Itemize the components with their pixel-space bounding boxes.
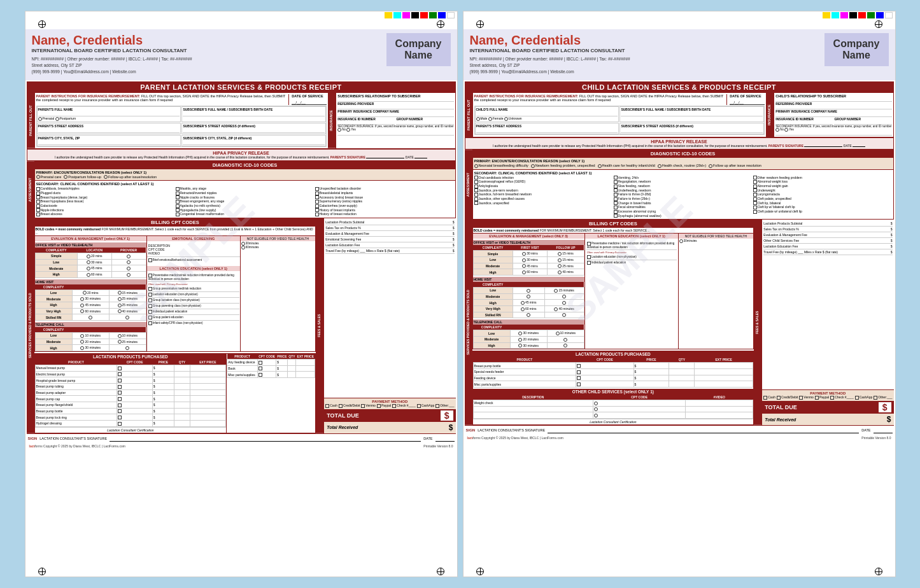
child-slow-feeding[interactable]: Slow feeding, newborn [614, 184, 753, 188]
cond-nipple-crack[interactable]: Nipple cracks or fissures [176, 195, 315, 200]
child-abnormal-wt-gain[interactable]: Abnormal weight gain [753, 184, 892, 188]
c-pm-paypal[interactable]: Paypal [815, 395, 829, 400]
subscriber-field[interactable] [183, 111, 325, 116]
cond-hypogalactia[interactable]: Hypogalactia (low supply) [176, 208, 315, 213]
emotional-item[interactable]: Brief emotional/behavioral assessment [147, 257, 240, 263]
pm-paypal[interactable]: Paypal [377, 403, 391, 408]
newborn-feeding-option[interactable]: Newborn feeding problem, unspecified [531, 164, 595, 168]
date-of-service-field[interactable]: __/__/__ [292, 101, 327, 105]
c-pm-credit[interactable]: Credit/Debit [777, 395, 798, 400]
ed-item5[interactable]: Group parenting class (non-physician) [148, 304, 239, 309]
child-dysphagia[interactable]: Dysphagia (abnormal swallow) [614, 214, 753, 218]
child-date-line[interactable] [874, 427, 893, 433]
child-jaundice-other[interactable]: Jaundice, other specified causes [474, 197, 613, 201]
child-ed-item1[interactable]: Preventative medicine / risk reduction i… [586, 241, 677, 250]
sub-street-field[interactable] [183, 128, 325, 133]
child-excessive-cry[interactable]: Excessive abnormal crying [614, 209, 753, 214]
child-signature-line[interactable] [548, 427, 859, 433]
pm-cashapp[interactable]: CashApp [417, 403, 435, 408]
child-underweight[interactable]: Underweight [753, 188, 892, 193]
ed-item8[interactable]: Infant safety/CPR class (non-physician) [148, 321, 239, 326]
child-ed-item2[interactable]: Lactation education (non-physician) [586, 255, 677, 260]
child-jaundice-full[interactable]: Jaundice, full-term breastfed newborn [474, 192, 613, 197]
pm-venmo[interactable]: Venmo [361, 403, 376, 408]
cond-retracted[interactable]: Retracted/inverted nipples [176, 191, 315, 195]
child-ankylo[interactable]: Ankyloglossia [474, 184, 613, 188]
child-date-field[interactable]: __/__/__ [730, 101, 765, 105]
c-pm-check[interactable]: Check #____ [830, 395, 853, 400]
child-vomiting[interactable]: Vomiting, 24d+ [614, 176, 753, 180]
ed-item3[interactable]: Lactation education (non-physician) [148, 292, 239, 298]
ed-item2[interactable]: Group preventative med/risk reduction [148, 286, 239, 292]
child-followup-option[interactable]: Follow up after issue resolution [709, 164, 761, 168]
child-cleft-lip[interactable]: Cleft lip, bilateral [753, 201, 892, 206]
sub-city-field[interactable] [183, 140, 325, 145]
child-laryngomalacia[interactable]: Laryngomalacia [753, 192, 892, 197]
cond-plugged[interactable]: Plugged ducts [36, 191, 175, 195]
cond-hyperplasia[interactable]: Breast hyperplasia (dense, large) [36, 195, 175, 200]
cond-accessory[interactable]: Accessory (extra) breast tissue [315, 195, 454, 200]
child-underfeeding[interactable]: Underfeeding, newborn [614, 188, 753, 193]
child-street-field[interactable] [476, 128, 618, 133]
c-pm-cash[interactable]: Cash [763, 395, 775, 400]
child-regurgitation[interactable]: Regurgitation, newborn [614, 179, 753, 184]
pm-cash[interactable]: Cash [325, 403, 337, 408]
neonatal-option[interactable]: Neonatal breastfeeding difficulty [474, 164, 528, 168]
ed-item7[interactable]: Group patient education [148, 315, 239, 321]
ocs-wc-cpt[interactable] [593, 400, 686, 407]
cond-congenital[interactable]: Congenital breast malformation [176, 212, 315, 216]
child-oral[interactable]: Oral candidiasis infection [474, 176, 613, 180]
cond-agalactia[interactable]: Agalactia (no milk synthesis) [176, 204, 315, 208]
health-care-option[interactable]: Health care for healthy infant/child [598, 164, 655, 168]
health-check-option[interactable]: Health check, routine (29d+) [658, 164, 706, 168]
child-cleft-lip-uni[interactable]: Cleft lip w/ bilateral cleft lip [753, 205, 892, 209]
pm-other[interactable]: Other:___ [435, 403, 454, 408]
city-state-field[interactable] [38, 140, 180, 145]
cond-breast-implant[interactable]: History of breast implants [315, 208, 454, 213]
prenatal-option[interactable]: Prenatal care [36, 175, 62, 179]
secondary-ins-field[interactable] [337, 132, 453, 136]
ed-item6[interactable]: Individual patient education [148, 309, 239, 315]
child-gerd[interactable]: Gastroesophageal reflux (GERD) [474, 179, 613, 184]
cond-nipple-infect[interactable]: Nipple infections [36, 208, 175, 213]
child-sub-street-field[interactable] [621, 128, 763, 133]
child-jaundice-pre[interactable]: Jaundice, pre-term newborn [474, 188, 613, 193]
cond-breast-abscess[interactable]: Breast abscess [36, 212, 175, 216]
c-30min[interactable]: 30minutes [679, 239, 753, 243]
c-pm-venmo[interactable]: Venmo [799, 395, 814, 400]
to-60[interactable]: 60minutes [241, 246, 315, 249]
ed-item4[interactable]: Group lactation class (non-physician) [148, 298, 239, 304]
child-cleft-palate[interactable]: Cleft palate, unspecified [753, 197, 892, 201]
cond-breast-reduction[interactable]: History of breast reduction [315, 212, 454, 216]
cond-supernumerary[interactable]: Supernumerary (extra) nipples [315, 199, 454, 204]
cond-hypoplasia[interactable]: Breast hypoplasia (less tissue) [36, 199, 175, 204]
cond-galactorrhea[interactable]: Galactorrhea (over-supply) [315, 204, 454, 208]
child-newborn-dehy[interactable]: Other newborn feeding problem [753, 176, 892, 180]
child-subscriber-field[interactable] [621, 111, 763, 116]
child-change-bowel[interactable]: Change in bowel habits [614, 201, 753, 206]
postpartum-option[interactable]: Postpartum follow-up [64, 175, 101, 179]
cond-candida[interactable]: Candidasis, breasts/nipples [36, 186, 175, 191]
child-name-field[interactable] [476, 111, 618, 116]
child-jaundice-unspec[interactable]: Jaundice, unspecified [474, 201, 613, 206]
c-pm-cashapp[interactable]: CashApp [855, 395, 873, 400]
cond-galactocele[interactable]: Galactocele [36, 204, 175, 208]
child-abnormal-wt[interactable]: Abnormal weight loss [753, 179, 892, 184]
street-address-field[interactable] [38, 128, 180, 133]
child-cleft-palate-uni[interactable]: Cleft palate w/ unilateral cleft lip [753, 209, 892, 214]
cond-breast-engage[interactable]: Breast engorgement, any stage [176, 199, 315, 204]
cond-unspecified[interactable]: Unspecified lactation disorder [315, 186, 454, 191]
cond-implants[interactable]: Breast/skeletal implants [315, 191, 454, 195]
child-failure-29[interactable]: Failure to thrive (29d+) [614, 197, 753, 201]
ed-item1[interactable]: Preventative medicine/risk reduction inf… [148, 273, 239, 282]
cond-mastitis[interactable]: Mastitis, any stage [176, 186, 315, 191]
c-pm-other[interactable]: Other:___ [874, 395, 892, 400]
parents-name-field[interactable] [38, 111, 180, 116]
pm-check[interactable]: Check #____ [392, 403, 415, 408]
child-ed-item3[interactable]: Individual patient education [586, 260, 677, 265]
child-failure-0-28[interactable]: Failure to thrive (0-28d) [614, 192, 753, 197]
pm-credit[interactable]: Credit/Debit [339, 403, 360, 408]
date-line[interactable] [435, 435, 455, 442]
child-secondary-ins-field[interactable] [775, 132, 891, 136]
followup-option[interactable]: Follow-up after issue/resolution [104, 175, 157, 179]
